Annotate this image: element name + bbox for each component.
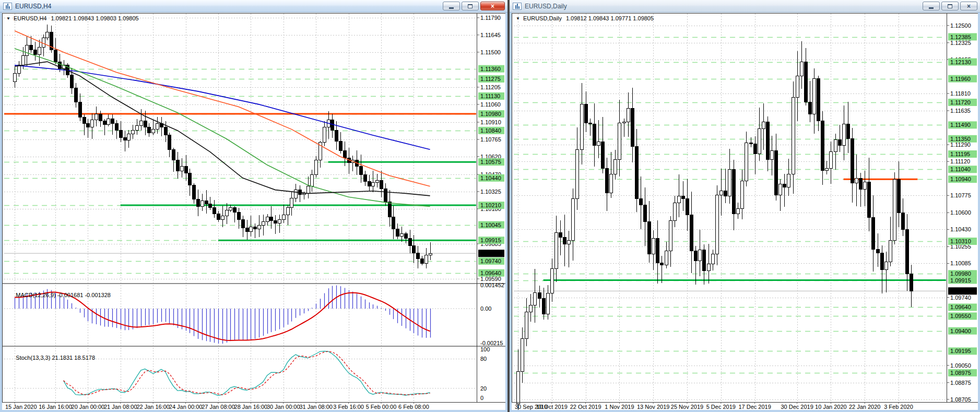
candles [517,41,913,410]
svg-text:1.11645: 1.11645 [480,32,501,38]
svg-text:1.10840: 1.10840 [480,127,501,134]
window-title: EURUSD,H4 [15,3,443,10]
chart-area-daily[interactable]: 1.125001.123251.121551.118101.116351.112… [512,13,978,410]
svg-text:5 Feb 00:00: 5 Feb 00:00 [366,404,397,410]
svg-text:1.11720: 1.11720 [950,99,971,105]
macd-values: -0.001681 -0.001328 [57,292,111,298]
svg-text:1.08705: 1.08705 [950,396,971,403]
svg-text:1 Nov 2019: 1 Nov 2019 [605,404,634,410]
svg-text:1.11790: 1.11790 [480,15,501,21]
price-scale[interactable]: 0.0014520.00-0.00215100802001.117901.116… [477,15,504,401]
symbol-dropdown-icon[interactable]: ▼ [6,16,10,21]
svg-text:1.11960: 1.11960 [950,76,971,82]
svg-text:1.10045: 1.10045 [480,222,501,228]
svg-text:-0.00215: -0.00215 [480,340,503,346]
moving-averages [15,31,430,206]
pane-borders [512,13,978,403]
time-axis[interactable]: 30 Sep 201910 Oct 201922 Oct 20191 Nov 2… [515,402,913,410]
chart-window-icon [513,3,522,10]
close-button[interactable]: × [480,2,505,10]
svg-text:1.10430: 1.10430 [950,226,971,232]
minimize-button[interactable] [923,2,940,10]
svg-text:13 Nov 2019: 13 Nov 2019 [637,404,669,410]
svg-text:1.09740: 1.09740 [480,258,501,264]
svg-text:31 Jan 08:00: 31 Jan 08:00 [299,404,333,410]
svg-text:1.11290: 1.11290 [950,142,971,148]
restore-icon [948,4,952,8]
svg-text:1.11120: 1.11120 [950,158,970,164]
svg-text:1.10085: 1.10085 [950,260,971,266]
restore-button[interactable] [941,2,959,10]
svg-text:1.10210: 1.10210 [480,202,501,208]
close-icon: × [491,3,494,9]
svg-text:22 Jan 16:00: 22 Jan 16:00 [136,404,170,410]
svg-text:16 Jan 16:00: 16 Jan 16:00 [39,404,72,410]
svg-text:100: 100 [480,346,490,352]
svg-text:30 Jan 00:00: 30 Jan 00:00 [267,404,300,410]
svg-text:1.12500: 1.12500 [950,22,971,29]
restore-icon [468,4,473,8]
svg-text:1.11810: 1.11810 [950,90,971,97]
svg-text:15 Jan 2020: 15 Jan 2020 [5,404,37,410]
candles [14,25,432,268]
svg-text:1.08975: 1.08975 [950,370,971,376]
symbol-dropdown-icon[interactable]: ▼ [516,16,520,21]
svg-text:1.12130: 1.12130 [950,59,971,65]
chart-legend: ▼EURUSD,Daily1.09812 1.09843 1.09771 1.0… [516,15,654,21]
svg-text:6 Feb 08:00: 6 Feb 08:00 [398,404,429,410]
stoch-values: 21.1831 18.5178 [52,355,95,361]
svg-text:1.11490: 1.11490 [950,122,971,128]
window-controls: × [923,2,977,10]
titlebar-h4[interactable]: EURUSD,H4 × [0,0,507,13]
svg-text:1.11360: 1.11360 [480,66,501,72]
chart-window-daily[interactable]: EURUSD,Daily × 1.125001.123251.121551.11… [510,0,980,412]
grid [4,14,476,402]
svg-text:1.09195: 1.09195 [950,348,971,354]
svg-text:0: 0 [480,395,483,401]
svg-text:0.00: 0.00 [480,305,491,312]
price-scale[interactable]: 1.125001.123251.121551.118101.116351.112… [947,22,977,403]
restore-button[interactable] [462,2,479,10]
svg-text:1.10775: 1.10775 [950,192,971,198]
svg-text:22 Oct 2019: 22 Oct 2019 [570,404,601,410]
stoch-label: Stoch(13,3,3) 21.1831 18.5178 [6,348,95,367]
macd-name: MACD(12,26,9) [16,292,55,298]
svg-text:1.09740: 1.09740 [950,295,971,301]
level-lines [514,38,946,373]
chart-area-h4[interactable]: 0.0014520.00-0.00215100802001.117901.116… [2,13,505,410]
svg-text:0.001452: 0.001452 [480,282,504,288]
svg-text:1.10600: 1.10600 [950,209,971,216]
close-icon: × [967,3,971,9]
svg-text:21 Jan 08:00: 21 Jan 08:00 [104,404,137,410]
chart-window-icon [3,3,12,10]
minimize-button[interactable] [443,2,460,10]
svg-text:5 Dec 2019: 5 Dec 2019 [706,404,736,410]
svg-text:1.11275: 1.11275 [480,76,501,82]
time-axis[interactable]: 15 Jan 202016 Jan 16:0020 Jan 00:0021 Ja… [5,402,429,410]
svg-text:10 Jan 2020: 10 Jan 2020 [815,404,847,410]
svg-text:1.08875: 1.08875 [950,380,971,386]
svg-text:1.10940: 1.10940 [950,176,971,182]
svg-text:1.09590: 1.09590 [480,276,501,282]
titlebar-daily[interactable]: EURUSD,Daily × [510,0,980,13]
legend-ohlc: 1.09821 1.09843 1.09803 1.09805 [51,15,139,21]
daily-chart-canvas[interactable]: 1.125001.123251.121551.118101.116351.112… [512,13,978,410]
svg-text:1.09640: 1.09640 [950,304,971,310]
window-title: EURUSD,Daily [525,3,923,10]
svg-text:1.10325: 1.10325 [480,189,501,195]
stoch-main-line [64,351,430,396]
svg-text:1.10910: 1.10910 [480,119,501,125]
legend-ohlc: 1.09812 1.09843 1.09771 1.09805 [566,15,654,21]
svg-text:1.12385: 1.12385 [950,34,971,40]
svg-text:1.10310: 1.10310 [950,238,971,244]
svg-text:25 Nov 2019: 25 Nov 2019 [671,404,703,410]
close-button[interactable]: × [960,2,977,10]
window-controls: × [443,2,505,10]
svg-text:1.09640: 1.09640 [480,270,501,276]
svg-text:1.09805: 1.09805 [950,288,971,294]
minimize-icon [449,7,454,9]
chart-window-h4[interactable]: EURUSD,H4 × 0.0014520.00-0.0021510080200… [0,0,507,412]
svg-text:1.10440: 1.10440 [480,175,501,181]
svg-text:20 Jan 00:00: 20 Jan 00:00 [72,404,105,410]
svg-text:3 Feb 2020: 3 Feb 2020 [884,404,913,410]
